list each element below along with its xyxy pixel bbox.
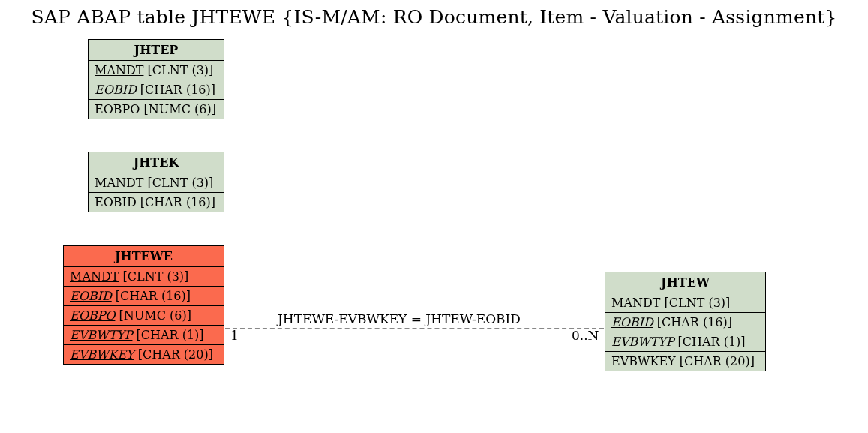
entity-jhtep-header: JHTEP xyxy=(89,40,224,61)
entity-jhtew-field: EVBWKEY [CHAR (20)] xyxy=(605,352,765,371)
entity-jhtep-field: EOBID [CHAR (16)] xyxy=(89,80,224,100)
entity-jhtew-field: MANDT [CLNT (3)] xyxy=(605,293,765,313)
er-diagram-canvas: JHTEP MANDT [CLNT (3)] EOBID [CHAR (16)]… xyxy=(0,28,868,433)
entity-jhtewe: JHTEWE MANDT [CLNT (3)] EOBID [CHAR (16)… xyxy=(63,245,224,365)
page-title: SAP ABAP table JHTEWE {IS-M/AM: RO Docum… xyxy=(0,0,868,28)
entity-jhtew-field: EOBID [CHAR (16)] xyxy=(605,313,765,332)
entity-jhtew: JHTEW MANDT [CLNT (3)] EOBID [CHAR (16)]… xyxy=(605,272,766,371)
relationship-label: JHTEWE-EVBWKEY = JHTEW-EOBID xyxy=(278,311,521,326)
entity-jhtewe-field: EVBWKEY [CHAR (20)] xyxy=(64,345,224,364)
entity-jhtewe-field: EVBWTYP [CHAR (1)] xyxy=(64,326,224,345)
entity-jhtek-header: JHTEK xyxy=(89,152,224,173)
entity-jhtep-field: EOBPO [NUMC (6)] xyxy=(89,100,224,119)
entity-jhtep-field: MANDT [CLNT (3)] xyxy=(89,61,224,80)
entity-jhtek-field: MANDT [CLNT (3)] xyxy=(89,173,224,193)
entity-jhtewe-field: MANDT [CLNT (3)] xyxy=(64,267,224,287)
entity-jhtew-header: JHTEW xyxy=(605,272,765,293)
cardinality-left: 1 xyxy=(230,328,239,343)
entity-jhtew-field: EVBWTYP [CHAR (1)] xyxy=(605,332,765,352)
cardinality-right: 0..N xyxy=(572,328,599,343)
entity-jhtep: JHTEP MANDT [CLNT (3)] EOBID [CHAR (16)]… xyxy=(88,39,224,119)
entity-jhtek: JHTEK MANDT [CLNT (3)] EOBID [CHAR (16)] xyxy=(88,152,224,212)
entity-jhtewe-field: EOBID [CHAR (16)] xyxy=(64,287,224,306)
relationship-line xyxy=(225,328,604,329)
entity-jhtewe-field: EOBPO [NUMC (6)] xyxy=(64,306,224,326)
entity-jhtewe-header: JHTEWE xyxy=(64,246,224,267)
entity-jhtek-field: EOBID [CHAR (16)] xyxy=(89,193,224,212)
